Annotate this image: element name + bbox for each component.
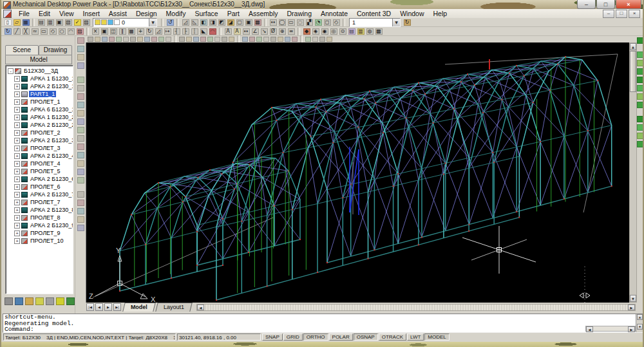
3d-fillet-icon[interactable]: ◈ (311, 27, 320, 35)
tree-item[interactable]: +АРКА 1 Б1230_2 (6, 113, 73, 121)
tree-item[interactable]: +АРКА 2 Б1230_8 (6, 206, 73, 214)
open-drawing-icon[interactable]: ▱ (12, 18, 21, 26)
modeling-tool-13-icon[interactable] (77, 142, 86, 151)
modeling-tool-18-icon[interactable] (77, 190, 86, 198)
plot-preview-icon[interactable]: ▤ (37, 18, 46, 26)
part-catalog-icon[interactable]: ▤ (347, 27, 356, 35)
modeling-tool-20-icon[interactable] (77, 207, 86, 215)
scene-tool-5-icon[interactable] (636, 75, 644, 84)
scroll-up-icon[interactable]: ▲ (630, 43, 636, 50)
tree-item[interactable]: +АРКА 2 Б1230_6 (6, 175, 73, 183)
chevron-down-icon[interactable]: ▼ (149, 19, 156, 26)
tree-item[interactable]: +ПРОЛЕТ_10 (6, 237, 73, 245)
modeling-tool-14-icon[interactable] (77, 151, 86, 159)
mtext-icon[interactable]: A (232, 27, 242, 35)
tree-expander[interactable]: + (14, 223, 20, 229)
cmd-scroll-right-icon[interactable]: ▶ (628, 326, 635, 332)
balloon-icon[interactable]: ◍ (365, 27, 374, 35)
sheet-tab-model[interactable]: Model (122, 303, 155, 312)
tree-expander[interactable]: + (14, 91, 20, 97)
browser-tool-5-icon[interactable] (46, 297, 54, 305)
tree-expander[interactable]: + (14, 107, 20, 113)
tree-expander[interactable]: + (14, 130, 20, 136)
scene-tool-10-icon[interactable] (636, 123, 644, 131)
modeling-tool-2-icon[interactable] (77, 44, 86, 53)
profile-sketch-icon[interactable]: ◺ (190, 18, 199, 26)
tree-item[interactable]: +АРКА 2 Б1230_1 (6, 82, 73, 90)
modeling-tool-5-icon[interactable] (77, 75, 86, 84)
minimize-button[interactable]: – (577, 0, 596, 9)
copy-clip-icon[interactable]: ▣ (55, 18, 64, 26)
tree-item[interactable]: +АРКА 2 Б1230_9 (6, 221, 73, 229)
array-icon[interactable]: ▦ (127, 27, 136, 35)
mdt-tool-22-icon[interactable] (249, 37, 256, 42)
mdt-tool-8-icon[interactable] (137, 37, 144, 42)
tree-expander[interactable]: + (14, 200, 20, 205)
redo-icon[interactable]: ↻ (3, 27, 12, 35)
cmd-scroll-up-icon[interactable]: ▲ (637, 314, 643, 320)
menu-assist[interactable]: Assist (104, 9, 131, 18)
tree-item[interactable]: +ПРОЛЕТ_1 (6, 98, 73, 106)
modeling-tool-11-icon[interactable] (77, 126, 86, 134)
menu-drawing[interactable]: Drawing (282, 9, 316, 18)
tree-item[interactable]: +АРКА 2 Б1230_2 (6, 121, 73, 129)
arc-icon[interactable]: ◠ (66, 27, 75, 35)
dim-diameter-icon[interactable]: Ø (269, 27, 278, 35)
modeling-tool-16-icon[interactable] (77, 167, 86, 176)
mdt-tool-29-icon[interactable] (305, 37, 312, 42)
sheet-nav-1-icon[interactable]: ◀ (95, 303, 103, 311)
tree-expander[interactable]: + (14, 238, 20, 244)
tree-expander[interactable]: + (14, 122, 20, 128)
tree-item[interactable]: +ПРОЛЕТ_8 (6, 214, 73, 221)
menu-help[interactable]: Help (429, 9, 452, 18)
mdt-tool-7-icon[interactable] (129, 37, 137, 42)
zoom-realtime-icon[interactable]: ◯ (278, 18, 287, 26)
polygon-icon[interactable]: ◇ (48, 27, 57, 35)
single-text-icon[interactable]: A (223, 27, 232, 35)
sheet-nav-0-icon[interactable]: |◀ (86, 303, 94, 311)
mdt-tool-5-icon[interactable] (115, 37, 122, 42)
scene-tool-12-icon[interactable] (636, 140, 644, 148)
scroll-right-icon[interactable]: ▶ (628, 305, 635, 310)
scene-tool-1-icon[interactable] (636, 36, 644, 44)
mdt-tool-32-icon[interactable] (326, 37, 333, 42)
browser-tool-2-icon[interactable] (15, 297, 23, 305)
mdt-tool-3-icon[interactable] (101, 37, 108, 42)
menu-file[interactable]: File (14, 9, 34, 18)
browser-tool-7-icon[interactable] (66, 297, 75, 305)
tree-item[interactable]: +ПРОЛЕТ_6 (6, 183, 73, 191)
cmd-scroll-down-icon[interactable]: ▼ (637, 324, 643, 330)
dim-angular-icon[interactable]: ∠ (251, 27, 260, 35)
viewport-vscrollbar[interactable]: ▲ ▼ (629, 42, 637, 303)
modeling-tool-4-icon[interactable] (77, 61, 86, 70)
mdt-tool-31-icon[interactable] (319, 37, 326, 42)
mdt-tool-14-icon[interactable] (185, 37, 193, 42)
leader-icon[interactable]: ↘ (260, 27, 269, 35)
scene-tool-6-icon[interactable] (636, 84, 644, 92)
tree-expander[interactable]: + (14, 138, 20, 144)
menu-modify[interactable]: Modify (162, 9, 191, 18)
toggle-grid[interactable]: GRID (283, 333, 303, 341)
mdt-tool-24-icon[interactable] (263, 37, 270, 42)
scene-tool-4-icon[interactable] (636, 67, 644, 75)
3d-combine-icon[interactable]: ◆ (302, 27, 311, 35)
mdt-tool-23-icon[interactable] (256, 37, 263, 42)
mdt-tool-21-icon[interactable] (242, 37, 249, 42)
chamfer-icon[interactable]: ◣ (199, 27, 208, 35)
style-combo[interactable]: 1▼ (349, 18, 401, 27)
mdt-tool-15-icon[interactable] (193, 37, 200, 42)
tree-expander[interactable]: + (14, 84, 20, 89)
move-icon[interactable]: + (136, 27, 145, 35)
scene-tool-9-icon[interactable] (636, 115, 644, 123)
modeling-tool-8-icon[interactable] (77, 100, 86, 109)
viewport-hscrollbar[interactable]: ◀ ▶ (196, 304, 636, 311)
break-icon[interactable]: ┆ (190, 27, 199, 35)
spell-check-icon[interactable]: ✓ (73, 18, 82, 26)
mdt-tool-12-icon[interactable] (165, 37, 172, 42)
new-sketch-icon[interactable]: ◿ (181, 18, 190, 26)
modeling-tool-17-icon[interactable] (77, 176, 86, 184)
construction-line-icon[interactable]: ╳ (21, 27, 30, 35)
tree-expander[interactable]: + (14, 76, 20, 82)
menu-edit[interactable]: Edit (34, 9, 55, 18)
mirror-icon[interactable]: ◫ (109, 27, 118, 35)
